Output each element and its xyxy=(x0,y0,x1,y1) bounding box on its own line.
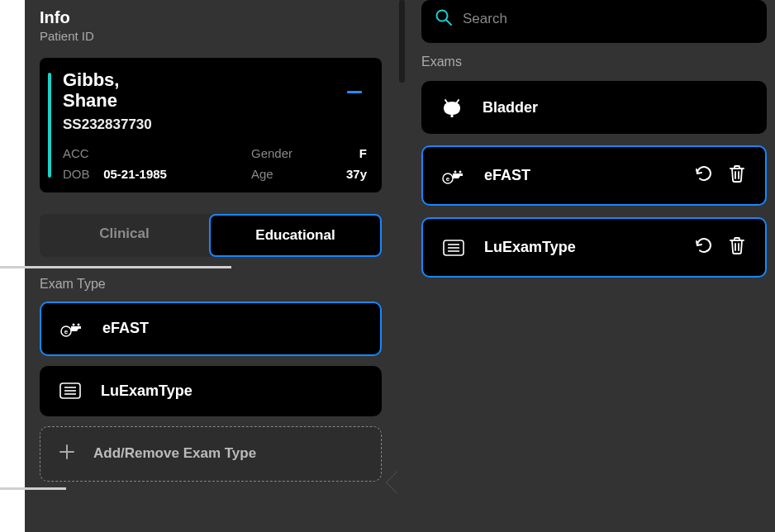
patient-accent-bar xyxy=(48,73,51,178)
gender-label: Gender xyxy=(251,146,326,160)
exams-label: Exams xyxy=(421,55,767,69)
dob-label: DOB xyxy=(63,167,90,181)
search-input[interactable] xyxy=(463,11,754,27)
minus-icon xyxy=(347,91,362,94)
svg-point-15 xyxy=(459,170,462,173)
svg-point-9 xyxy=(437,11,448,21)
exam-type-efast-label: eFAST xyxy=(102,320,149,337)
info-heading: Info xyxy=(40,8,382,27)
gender-value: F xyxy=(326,146,367,160)
panel-arrow-notch xyxy=(387,471,398,494)
svg-point-14 xyxy=(454,170,457,173)
exam-bladder[interactable]: Bladder xyxy=(421,81,767,134)
add-remove-exam-type-button[interactable]: Add/Remove Exam Type xyxy=(40,426,382,482)
ambulance-e-icon: e xyxy=(441,167,466,185)
dob-value: 05-21-1985 xyxy=(103,167,167,181)
acc-label: ACC xyxy=(63,146,251,160)
info-panel: Info Patient ID Gibbs, Shane SS232837730 xyxy=(25,0,397,532)
ambulance-e-icon: e xyxy=(59,320,84,338)
trash-icon[interactable] xyxy=(727,164,747,188)
patient-id-value: SS232837730 xyxy=(63,116,367,133)
age-value: 37y xyxy=(326,167,367,181)
bladder-icon xyxy=(440,97,464,117)
exam-efast-label: eFAST xyxy=(484,167,530,184)
exam-type-luexamtype-label: LuExamType xyxy=(101,382,193,400)
trash-icon[interactable] xyxy=(727,235,747,259)
exam-bladder-label: Bladder xyxy=(483,99,538,116)
exam-type-label: Exam Type xyxy=(40,277,382,292)
patient-name: Gibbs, Shane xyxy=(63,69,119,112)
exam-efast[interactable]: e eFAST xyxy=(421,145,767,206)
svg-point-4 xyxy=(78,323,80,325)
svg-text:e: e xyxy=(446,175,450,183)
patient-id-label: Patient ID xyxy=(40,29,382,43)
svg-point-3 xyxy=(73,323,75,325)
annotation-line-1 xyxy=(0,266,231,268)
add-remove-exam-type-label: Add/Remove Exam Type xyxy=(93,445,256,462)
exam-type-efast[interactable]: e eFAST xyxy=(40,302,382,356)
svg-text:e: e xyxy=(64,328,69,335)
dob-row: DOB 05-21-1985 xyxy=(63,167,251,181)
exam-type-luexamtype[interactable]: LuExamType xyxy=(40,366,382,416)
tab-clinical[interactable]: Clinical xyxy=(40,214,209,257)
svg-rect-0 xyxy=(347,91,362,93)
undo-icon[interactable] xyxy=(694,164,714,188)
patient-card[interactable]: Gibbs, Shane SS232837730 ACC Gender F DO… xyxy=(40,58,382,192)
tab-educational[interactable]: Educational xyxy=(209,214,382,257)
annotation-line-2 xyxy=(0,487,66,490)
list-box-icon xyxy=(58,382,83,399)
collapse-button[interactable] xyxy=(342,78,367,100)
exams-panel: Exams Bladder e xyxy=(397,0,775,532)
age-label: Age xyxy=(251,167,326,181)
list-box-icon xyxy=(441,240,466,256)
undo-icon[interactable] xyxy=(694,235,714,259)
search-icon xyxy=(435,8,453,30)
exam-luexamtype-label: LuExamType xyxy=(484,239,576,256)
svg-rect-11 xyxy=(451,113,454,117)
plus-icon xyxy=(59,444,75,464)
exam-luexamtype[interactable]: LuExamType xyxy=(421,217,767,278)
search-box[interactable] xyxy=(421,0,767,43)
svg-line-10 xyxy=(447,21,452,26)
segmented-toggle: Clinical Educational xyxy=(40,214,382,257)
